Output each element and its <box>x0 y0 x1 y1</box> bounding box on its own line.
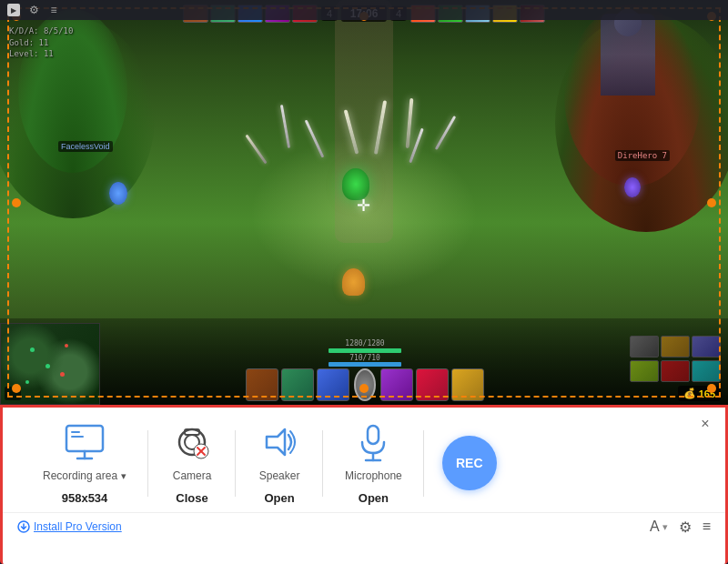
portrait-icon <box>354 368 376 401</box>
item-icon-6 <box>692 360 721 382</box>
item-icons-top <box>630 336 721 358</box>
gold-display: 💰 165 <box>678 386 721 401</box>
window-menu-icon: ≡ <box>47 4 60 16</box>
window-app-icon: ▶ <box>7 4 20 16</box>
svg-rect-7 <box>185 429 199 435</box>
game-bottombar: 1280/1280 710/710 <box>0 318 728 405</box>
text-tool-button[interactable]: A ▾ <box>650 519 668 535</box>
panel-controls-row: Recording area ▾ 958x534 <box>3 408 725 512</box>
skill-icons <box>246 368 484 401</box>
recording-area-label: Recording area <box>43 469 117 484</box>
control-panel: × Recording area ▾ 958x534 <box>0 405 728 564</box>
item-icon-3 <box>692 336 721 358</box>
item-icon-2 <box>661 336 690 358</box>
minimap <box>0 323 100 405</box>
item-icon-1 <box>630 336 659 358</box>
camera-value: Close <box>176 491 207 505</box>
camera-label: Camera <box>173 469 212 484</box>
skill-icon-1 <box>246 368 278 401</box>
recording-area-value: 958x534 <box>62 491 108 505</box>
skill-icon-5 <box>416 368 449 401</box>
install-pro-link[interactable]: Install Pro Version <box>17 520 122 533</box>
speaker-control[interactable]: Speaker Open <box>236 422 323 505</box>
microphone-control[interactable]: Microphone Open <box>323 422 424 505</box>
window-gear-icon: ⚙ <box>27 4 40 16</box>
game-area: ✛ FacelessVoid DireHero 7 K/D/A: 8/5/10 … <box>0 0 728 405</box>
rec-button[interactable]: REC <box>442 436 497 490</box>
svg-rect-12 <box>368 426 379 444</box>
speaker-icon <box>258 422 301 462</box>
skill-icon-4 <box>380 368 413 401</box>
menu-button[interactable]: ≡ <box>703 519 711 535</box>
svg-marker-11 <box>267 429 285 455</box>
settings-button[interactable]: ⚙ <box>679 519 692 536</box>
skill-icon-3 <box>317 368 349 401</box>
item-icon-4 <box>630 360 659 382</box>
speaker-label: Speaker <box>259 469 300 484</box>
microphone-label: Microphone <box>345 469 402 484</box>
panel-bottom: Install Pro Version A ▾ ⚙ ≡ <box>3 512 725 543</box>
game-stats: K/D/A: 8/5/10 Gold: 11 Level: 11 <box>9 25 73 60</box>
microphone-icon <box>351 422 395 462</box>
monitor-icon <box>63 422 106 462</box>
download-icon <box>17 520 30 533</box>
item-icons-bottom <box>630 360 721 382</box>
svg-rect-0 <box>66 426 103 451</box>
camera-icon <box>170 422 214 462</box>
panel-bottom-right: A ▾ ⚙ ≡ <box>650 519 711 536</box>
hero-hp-label: DireHero 7 <box>615 150 670 161</box>
item-icon-5 <box>661 360 690 382</box>
skill-icon-6 <box>451 368 484 401</box>
camera-control[interactable]: Camera Close <box>148 422 236 505</box>
speaker-value: Open <box>264 491 294 505</box>
microphone-value: Open <box>359 491 389 505</box>
recording-area-dropdown-arrow[interactable]: ▾ <box>121 470 126 482</box>
recording-area-control[interactable]: Recording area ▾ 958x534 <box>21 422 148 505</box>
window-titlebar: ▶ ⚙ ≡ <box>0 0 728 20</box>
panel-close-button[interactable]: × <box>696 415 714 433</box>
skill-icon-2 <box>281 368 314 401</box>
